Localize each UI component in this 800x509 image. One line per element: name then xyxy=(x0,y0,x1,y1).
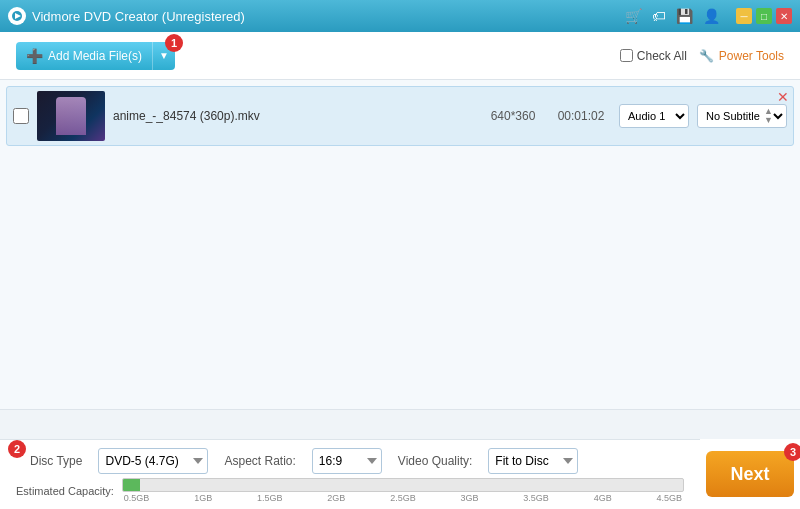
check-all-checkbox[interactable] xyxy=(620,49,633,62)
tick-2: 1.5GB xyxy=(257,493,283,503)
audio-select[interactable]: Audio 1 Audio 2 xyxy=(619,104,689,128)
video-quality-select[interactable]: Fit to Disc High Medium Low xyxy=(488,448,578,474)
capacity-label: Estimated Capacity: xyxy=(16,485,114,497)
file-duration: 00:01:02 xyxy=(551,109,611,123)
add-icon: ➕ xyxy=(26,48,43,64)
file-arrows: ▲ ▼ xyxy=(764,107,773,125)
file-checkbox[interactable] xyxy=(13,108,29,124)
table-row: anime_-_84574 (360p).mkv 640*360 00:01:0… xyxy=(6,86,794,146)
tick-3: 2GB xyxy=(327,493,345,503)
disc-type-select[interactable]: DVD-5 (4.7G) DVD-9 (8.5G) BD-25 (25G) BD… xyxy=(98,448,208,474)
maximize-button[interactable]: □ xyxy=(756,8,772,24)
user-icon[interactable]: 👤 xyxy=(703,8,720,24)
file-name: anime_-_84574 (360p).mkv xyxy=(113,109,475,123)
next-button-area: Next 3 xyxy=(700,439,800,509)
add-media-button[interactable]: ➕ Add Media File(s) ▼ xyxy=(16,42,175,70)
tick-5: 3GB xyxy=(460,493,478,503)
disc-type-label: Disc Type xyxy=(30,454,82,468)
subtitle-select[interactable]: No Subtitle Subtitle 1 Subtitle 2 xyxy=(697,104,787,128)
badge-1: 1 xyxy=(165,34,183,52)
capacity-ticks: 0.5GB 1GB 1.5GB 2GB 2.5GB 3GB 3.5GB 4GB … xyxy=(122,493,684,503)
window-controls: ─ □ ✕ xyxy=(736,8,792,24)
wrench-icon: 🔧 xyxy=(699,49,714,63)
file-list: anime_-_84574 (360p).mkv 640*360 00:01:0… xyxy=(0,80,800,410)
settings-row: 2 Disc Type DVD-5 (4.7G) DVD-9 (8.5G) BD… xyxy=(16,448,684,474)
app-logo xyxy=(8,7,26,25)
toolbar-right: Check All 🔧 Power Tools xyxy=(620,49,784,63)
bottom-controls: 2 Disc Type DVD-5 (4.7G) DVD-9 (8.5G) BD… xyxy=(0,439,700,509)
titlebar-icons: 🛒 🏷 💾 👤 xyxy=(625,8,720,24)
cart-icon[interactable]: 🛒 xyxy=(625,8,642,24)
check-all-label[interactable]: Check All xyxy=(620,49,687,63)
file-close-icon[interactable]: ✕ xyxy=(777,89,789,105)
close-button[interactable]: ✕ xyxy=(776,8,792,24)
arrow-down-icon[interactable]: ▼ xyxy=(764,116,773,125)
minimize-button[interactable]: ─ xyxy=(736,8,752,24)
next-button[interactable]: Next xyxy=(706,451,794,497)
power-tools-button[interactable]: 🔧 Power Tools xyxy=(699,49,784,63)
titlebar: Vidmore DVD Creator (Unregistered) 🛒 🏷 💾… xyxy=(0,0,800,32)
tag-icon[interactable]: 🏷 xyxy=(652,8,666,24)
aspect-ratio-label: Aspect Ratio: xyxy=(224,454,295,468)
file-thumbnail xyxy=(37,91,105,141)
capacity-bar xyxy=(122,478,684,492)
capacity-fill xyxy=(123,479,140,491)
badge-2: 2 xyxy=(8,440,26,458)
toolbar: ➕ Add Media File(s) ▼ 1 Check All 🔧 Powe… xyxy=(0,32,800,80)
tick-0: 0.5GB xyxy=(124,493,150,503)
tick-8: 4.5GB xyxy=(656,493,682,503)
tick-6: 3.5GB xyxy=(523,493,549,503)
capacity-row: Estimated Capacity: 0.5GB 1GB 1.5GB 2GB … xyxy=(16,478,684,503)
aspect-ratio-select[interactable]: 16:9 4:3 xyxy=(312,448,382,474)
video-quality-label: Video Quality: xyxy=(398,454,473,468)
tick-4: 2.5GB xyxy=(390,493,416,503)
tick-7: 4GB xyxy=(594,493,612,503)
app-title: Vidmore DVD Creator (Unregistered) xyxy=(32,9,625,24)
add-media-label: Add Media File(s) xyxy=(48,49,142,63)
save-icon[interactable]: 💾 xyxy=(676,8,693,24)
tick-1: 1GB xyxy=(194,493,212,503)
file-resolution: 640*360 xyxy=(483,109,543,123)
badge-3: 3 xyxy=(784,443,800,461)
